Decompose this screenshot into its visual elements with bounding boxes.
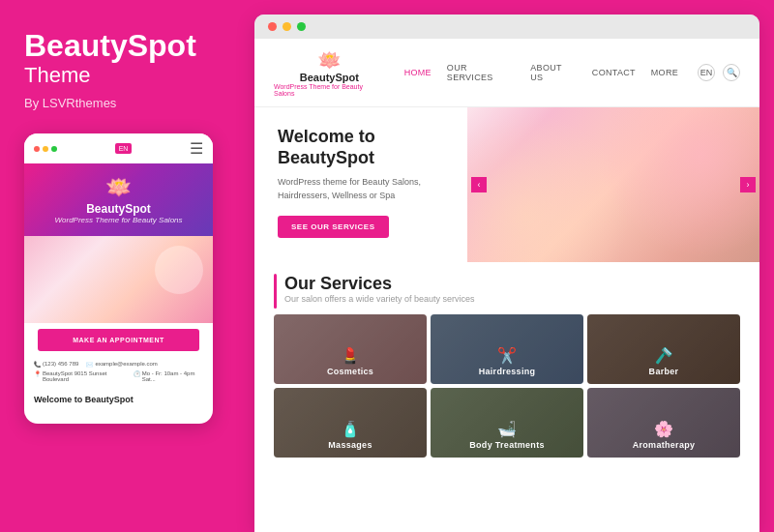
nav-link-services[interactable]: OUR SERVICES bbox=[447, 63, 515, 82]
site-logo-tagline: WordPress Theme for Beauty Salons bbox=[274, 83, 385, 97]
service-card-aromatherapy[interactable]: 🌸 Aromatherapy bbox=[587, 388, 740, 458]
services-title: Our Services bbox=[284, 274, 474, 294]
mobile-header: 🪷 BeautySpot WordPress Theme for Beauty … bbox=[24, 163, 213, 236]
body-label: Body Treatments bbox=[469, 440, 545, 450]
services-header: Our Services Our salon offers a wide var… bbox=[274, 274, 740, 309]
services-subtitle: Our salon offers a wide variety of beaut… bbox=[284, 294, 474, 304]
body-icon: 🛁 bbox=[497, 420, 517, 438]
mobile-en-badge[interactable]: EN bbox=[115, 143, 133, 154]
search-icon[interactable]: 🔍 bbox=[723, 64, 740, 81]
nav-link-about[interactable]: ABOUT US bbox=[530, 63, 577, 82]
brand-by: By LSVRthemes bbox=[24, 96, 216, 110]
mobile-menu-icon[interactable]: ☰ bbox=[190, 139, 203, 158]
mobile-hours: 🕐 Mo - Fr: 10am - 4pm Sat... bbox=[134, 370, 203, 382]
barber-label: Barber bbox=[649, 367, 679, 376]
hero-cta-button[interactable]: SEE OUR SERVICES bbox=[278, 216, 389, 238]
hairdressing-label: Hairdressing bbox=[479, 367, 536, 376]
nav-link-contact[interactable]: CONTACT bbox=[592, 68, 636, 77]
browser-content: 🪷 BeautySpot WordPress Theme for Beauty … bbox=[254, 39, 759, 532]
aromatherapy-label: Aromatherapy bbox=[633, 440, 696, 450]
mobile-address: 📍 BeautySpot 9015 Sunset Boulevard bbox=[34, 370, 126, 382]
services-title-area: Our Services Our salon offers a wide var… bbox=[284, 274, 474, 304]
barber-icon: 🪒 bbox=[654, 346, 673, 365]
mobile-contact-row: 📞 (123) 456 789 ✉️ example@example.com bbox=[34, 361, 203, 368]
browser-dot-green bbox=[297, 22, 306, 31]
massages-icon: 🧴 bbox=[341, 420, 360, 438]
service-card-content-body: 🛁 Body Treatments bbox=[469, 420, 545, 450]
mobile-dot-red bbox=[34, 146, 40, 152]
hero-title: Welcome to BeautySpot bbox=[278, 127, 444, 168]
mobile-email: ✉️ example@example.com bbox=[86, 361, 157, 368]
clock-icon: 🕐 bbox=[134, 370, 140, 377]
mobile-dots bbox=[34, 146, 57, 152]
mobile-dot-green bbox=[51, 146, 57, 152]
browser-dot-yellow bbox=[283, 22, 291, 31]
mobile-contact-row-2: 📍 BeautySpot 9015 Sunset Boulevard 🕐 Mo … bbox=[34, 370, 203, 382]
browser-dot-red bbox=[268, 22, 277, 31]
en-badge[interactable]: EN bbox=[698, 64, 715, 81]
site-hero: Welcome to BeautySpot WordPress theme fo… bbox=[254, 107, 759, 262]
service-card-massages[interactable]: 🧴 Massages bbox=[274, 388, 427, 458]
service-card-cosmetics[interactable]: 💄 Cosmetics bbox=[274, 314, 427, 384]
site-logo-icon: 🪷 bbox=[317, 48, 342, 72]
brand-title: BeautySpot bbox=[24, 29, 216, 63]
phone-icon: 📞 bbox=[34, 361, 41, 368]
mobile-topbar: EN ☰ bbox=[24, 133, 213, 163]
mobile-brand-name: BeautySpot bbox=[36, 202, 201, 216]
hero-arrow-left[interactable]: ‹ bbox=[471, 177, 487, 192]
service-card-barber[interactable]: 🪒 Barber bbox=[587, 314, 740, 384]
cosmetics-label: Cosmetics bbox=[327, 367, 373, 376]
service-card-body[interactable]: 🛁 Body Treatments bbox=[431, 388, 583, 458]
mobile-appointment-button[interactable]: MAKE AN APPOINTMENT bbox=[38, 329, 199, 351]
service-card-content-barber: 🪒 Barber bbox=[649, 346, 679, 376]
hairdressing-icon: ✂️ bbox=[497, 346, 517, 365]
browser-mockup: 🪷 BeautySpot WordPress Theme for Beauty … bbox=[254, 15, 759, 532]
mobile-hero-image bbox=[24, 236, 213, 323]
mobile-welcome-text: Welcome to BeautySpot bbox=[24, 389, 213, 410]
site-logo: 🪷 BeautySpot WordPress Theme for Beauty … bbox=[274, 48, 385, 97]
service-card-content-hairdressing: ✂️ Hairdressing bbox=[479, 346, 536, 376]
mobile-contact-info: 📞 (123) 456 789 ✉️ example@example.com 📍… bbox=[24, 357, 213, 389]
browser-topbar bbox=[254, 15, 759, 39]
hero-image: ‹ › bbox=[467, 107, 759, 262]
site-nav-links: HOME OUR SERVICES ABOUT US CONTACT MORE bbox=[404, 63, 678, 82]
site-hero-text: Welcome to BeautySpot WordPress theme fo… bbox=[254, 107, 467, 262]
mobile-mockup: EN ☰ 🪷 BeautySpot WordPress Theme for Be… bbox=[24, 133, 213, 424]
email-icon: ✉️ bbox=[86, 361, 93, 368]
hero-arrow-right[interactable]: › bbox=[740, 177, 756, 192]
location-icon: 📍 bbox=[34, 370, 41, 377]
brand-subtitle: Theme bbox=[24, 63, 216, 88]
cosmetics-icon: 💄 bbox=[341, 346, 360, 365]
aromatherapy-icon: 🌸 bbox=[654, 420, 673, 438]
massages-label: Massages bbox=[328, 440, 372, 450]
services-accent-bar bbox=[274, 274, 277, 309]
service-card-content-cosmetics: 💄 Cosmetics bbox=[327, 346, 373, 376]
service-card-content-aromatherapy: 🌸 Aromatherapy bbox=[633, 420, 696, 450]
service-card-hairdressing[interactable]: ✂️ Hairdressing bbox=[431, 314, 583, 384]
mobile-brand-tagline: WordPress Theme for Beauty Salons bbox=[36, 216, 201, 224]
services-section: Our Services Our salon offers a wide var… bbox=[254, 262, 759, 532]
site-nav-icons: EN 🔍 bbox=[698, 64, 740, 81]
left-panel: BeautySpot Theme By LSVRthemes EN ☰ 🪷 Be… bbox=[0, 0, 240, 532]
nav-link-more[interactable]: MORE bbox=[651, 68, 678, 77]
hero-description: WordPress theme for Beauty Salons, Haird… bbox=[278, 176, 444, 202]
site-navbar: 🪷 BeautySpot WordPress Theme for Beauty … bbox=[254, 39, 759, 107]
services-grid: 💄 Cosmetics ✂️ Hairdressing bbox=[274, 314, 740, 458]
nav-link-home[interactable]: HOME bbox=[404, 68, 432, 77]
mobile-dot-yellow bbox=[43, 146, 48, 152]
mobile-logo-icon: 🪷 bbox=[36, 175, 201, 200]
mobile-phone: 📞 (123) 456 789 bbox=[34, 361, 78, 368]
service-card-content-massages: 🧴 Massages bbox=[328, 420, 372, 450]
site-logo-name: BeautySpot bbox=[300, 72, 359, 83]
hero-visual bbox=[467, 107, 759, 262]
